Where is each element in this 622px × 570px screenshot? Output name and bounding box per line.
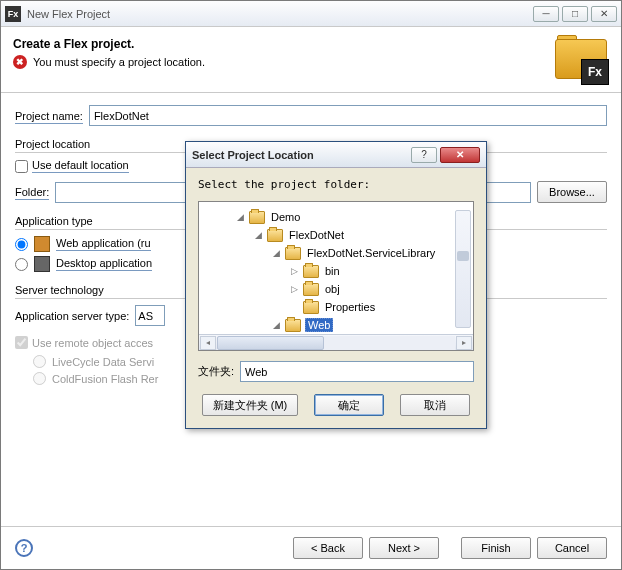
select-location-dialog: Select Project Location ? ✕ Select the p… — [185, 141, 487, 429]
maximize-button[interactable]: □ — [562, 6, 588, 22]
banner: Create a Flex project. ✖ You must specif… — [1, 27, 621, 93]
dialog-title: Select Project Location — [192, 149, 314, 161]
tree-node-bin[interactable]: ▷bin — [201, 262, 471, 280]
web-application-label: Web application (ru — [56, 237, 151, 251]
tree-node-properties[interactable]: Properties — [201, 298, 471, 316]
use-default-location-checkbox[interactable] — [15, 160, 28, 173]
wizard-footer: ? < Back Next > Finish Cancel — [1, 526, 621, 569]
back-button[interactable]: < Back — [293, 537, 363, 559]
desktop-application-label: Desktop application — [56, 257, 152, 271]
next-button[interactable]: Next > — [369, 537, 439, 559]
folder-field-label: 文件夹: — [198, 364, 234, 379]
tree-node-demo[interactable]: ◢Demo — [201, 208, 471, 226]
folder-icon — [267, 229, 283, 242]
lifecycle-label: LiveCycle Data Servi — [52, 356, 154, 368]
dialog-close-button[interactable]: ✕ — [440, 147, 480, 163]
folder-label: Folder: — [15, 186, 49, 198]
tree-node-obj[interactable]: ▷obj — [201, 280, 471, 298]
error-icon: ✖ — [13, 55, 27, 69]
title-bar[interactable]: Fx New Flex Project ─ □ ✕ — [1, 1, 621, 27]
use-remote-object-checkbox — [15, 336, 28, 349]
coldfusion-radio — [33, 372, 46, 385]
lifecycle-radio — [33, 355, 46, 368]
folder-tree[interactable]: ◢Demo ◢FlexDotNet ◢FlexDotNet.ServiceLib… — [199, 204, 473, 334]
finish-button[interactable]: Finish — [461, 537, 531, 559]
ok-button[interactable]: 确定 — [314, 394, 384, 416]
minimize-button[interactable]: ─ — [533, 6, 559, 22]
desktop-app-icon — [34, 256, 50, 272]
page-title: Create a Flex project. — [13, 37, 609, 51]
use-remote-object-label: Use remote object acces — [32, 337, 153, 349]
collapse-icon[interactable]: ▷ — [289, 266, 299, 276]
scroll-left-icon[interactable]: ◂ — [200, 336, 216, 350]
tree-node-web[interactable]: ◢Web — [201, 316, 471, 334]
tree-node-flexdotnet[interactable]: ◢FlexDotNet — [201, 226, 471, 244]
folder-icon — [303, 265, 319, 278]
server-type-label: Application server type: — [15, 310, 129, 322]
expand-icon[interactable]: ◢ — [271, 248, 281, 258]
dialog-cancel-button[interactable]: 取消 — [400, 394, 470, 416]
help-icon[interactable]: ? — [15, 539, 33, 557]
folder-icon — [285, 247, 301, 260]
flex-logo: Fx — [555, 35, 607, 83]
folder-icon — [285, 319, 301, 332]
tree-horizontal-scrollbar[interactable]: ◂ ▸ — [199, 334, 473, 350]
blank-toggle — [289, 302, 299, 312]
project-name-input[interactable] — [89, 105, 607, 126]
browse-button[interactable]: Browse... — [537, 181, 607, 203]
expand-icon[interactable]: ◢ — [235, 212, 245, 222]
folder-icon — [303, 301, 319, 314]
expand-icon[interactable]: ◢ — [271, 320, 281, 330]
web-app-icon — [34, 236, 50, 252]
dialog-hint: Select the project folder: — [198, 178, 474, 191]
folder-icon — [249, 211, 265, 224]
expand-icon[interactable]: ◢ — [253, 230, 263, 240]
window-title: New Flex Project — [27, 8, 110, 20]
folder-icon — [303, 283, 319, 296]
dialog-title-bar[interactable]: Select Project Location ? ✕ — [186, 142, 486, 168]
project-name-label: Project name: — [15, 110, 83, 122]
folder-field-input[interactable] — [240, 361, 474, 382]
cancel-button[interactable]: Cancel — [537, 537, 607, 559]
tree-vertical-scrollbar[interactable] — [455, 210, 471, 328]
error-message: You must specify a project location. — [33, 56, 205, 68]
coldfusion-label: ColdFusion Flash Rer — [52, 373, 158, 385]
collapse-icon[interactable]: ▷ — [289, 284, 299, 294]
main-window: Fx New Flex Project ─ □ ✕ Create a Flex … — [0, 0, 622, 570]
web-application-radio[interactable] — [15, 238, 28, 251]
folder-tree-container: ◢Demo ◢FlexDotNet ◢FlexDotNet.ServiceLib… — [198, 201, 474, 351]
tree-node-servicelibrary[interactable]: ◢FlexDotNet.ServiceLibrary — [201, 244, 471, 262]
desktop-application-radio[interactable] — [15, 258, 28, 271]
use-default-location-label: Use default location — [32, 159, 129, 173]
close-button[interactable]: ✕ — [591, 6, 617, 22]
new-folder-button[interactable]: 新建文件夹 (M) — [202, 394, 299, 416]
server-type-select[interactable] — [135, 305, 165, 326]
dialog-help-button[interactable]: ? — [411, 147, 437, 163]
app-icon: Fx — [5, 6, 21, 22]
scroll-right-icon[interactable]: ▸ — [456, 336, 472, 350]
